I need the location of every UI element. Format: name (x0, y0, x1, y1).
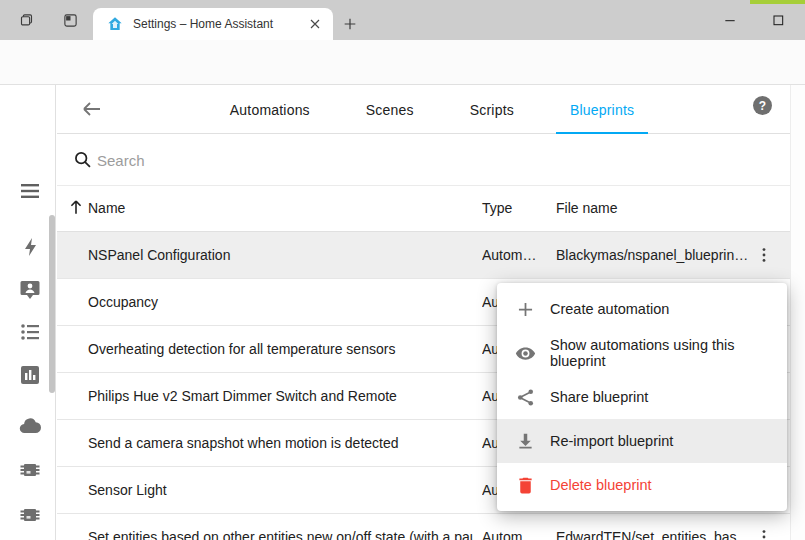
browser-tab-active[interactable]: Settings – Home Assistant (93, 8, 333, 40)
share-icon (515, 387, 536, 408)
tab-blueprints[interactable]: Blueprints (542, 85, 662, 134)
row-file: EdwardTEN/set_entities_bas… (556, 529, 753, 540)
window-minimize-icon[interactable] (722, 12, 738, 28)
tab-title: Settings – Home Assistant (133, 17, 298, 31)
tab-scripts[interactable]: Scripts (442, 85, 542, 134)
row-name: Set entities based on other entities new… (88, 529, 473, 540)
browser-titlebar: Settings – Home Assistant (0, 0, 805, 40)
menu-item-delete-blueprint[interactable]: Delete blueprint (497, 463, 787, 507)
row-name: Philips Hue v2 Smart Dimmer Switch and R… (88, 388, 473, 404)
plus-icon (515, 299, 536, 320)
sidebar-chip-icon-2[interactable] (18, 503, 42, 527)
sidebar-chip-icon-1[interactable] (18, 458, 42, 482)
row-name: Send a camera snapshot when motion is de… (88, 435, 473, 451)
download-icon (515, 431, 536, 452)
browser-window: Settings – Home Assistant Not secure (0, 0, 805, 540)
search-icon (72, 149, 93, 170)
home-assistant-favicon (107, 16, 123, 32)
row-file: Blackymas/nspanel_blueprin… (556, 247, 753, 263)
page-scrollbar-track[interactable] (790, 85, 805, 540)
table-row[interactable]: NSPanel Configuration Autom… Blackymas/n… (57, 232, 790, 279)
ha-header: Automations Scenes Scripts Blueprints ? (57, 85, 790, 134)
menu-item-label: Re-import blueprint (550, 433, 673, 449)
sidebar-assist-icon[interactable] (18, 277, 42, 301)
sidebar-scrollbar[interactable] (49, 215, 55, 393)
sidebar-energy-icon[interactable] (18, 235, 42, 259)
table-header: Name Type File name (57, 186, 790, 232)
search-row (57, 134, 790, 186)
row-name: NSPanel Configuration (88, 247, 473, 263)
row-overflow-menu-icon[interactable] (754, 245, 774, 265)
row-overflow-menu-icon[interactable] (754, 527, 774, 540)
row-type: Autom… (482, 529, 550, 540)
sort-ascending-icon[interactable] (66, 197, 86, 217)
column-header-type[interactable]: Type (482, 200, 512, 216)
ha-sidebar (0, 85, 56, 540)
row-type: Autom… (482, 247, 550, 263)
help-icon[interactable]: ? (753, 96, 772, 115)
screen-edge-accent (750, 0, 805, 4)
menu-item-show-automations[interactable]: Show automations using this blueprint (497, 331, 787, 375)
table-row[interactable]: Set entities based on other entities new… (57, 514, 790, 540)
eye-icon (515, 343, 536, 364)
trash-icon (515, 475, 536, 496)
column-header-file[interactable]: File name (556, 200, 617, 216)
menu-item-label: Delete blueprint (550, 477, 652, 493)
row-name: Overheating detection for all temperatur… (88, 341, 473, 357)
row-name: Occupancy (88, 294, 473, 310)
tab-automations[interactable]: Automations (202, 85, 338, 134)
workspaces-icon[interactable] (19, 13, 34, 28)
menu-item-share-blueprint[interactable]: Share blueprint (497, 375, 787, 419)
new-tab-icon[interactable] (342, 16, 358, 32)
blueprint-context-menu: Create automation Show automations using… (497, 283, 787, 511)
browser-toolbar: Not secure homeassistant.local:8123/... (0, 40, 805, 85)
ha-nav-tabs: Automations Scenes Scripts Blueprints (167, 85, 697, 134)
ha-back-icon[interactable] (80, 97, 104, 121)
tab-scenes[interactable]: Scenes (338, 85, 442, 134)
menu-item-label: Create automation (550, 301, 669, 317)
sidebar-todo-list-icon[interactable] (18, 320, 42, 344)
vertical-tabs-icon[interactable] (63, 13, 78, 28)
sidebar-menu-icon[interactable] (18, 179, 42, 203)
tab-close-icon[interactable] (307, 16, 323, 32)
menu-item-label: Share blueprint (550, 389, 648, 405)
row-name: Sensor Light (88, 482, 473, 498)
window-maximize-icon[interactable] (770, 12, 786, 28)
menu-item-create-automation[interactable]: Create automation (497, 287, 787, 331)
menu-item-label: Show automations using this blueprint (550, 337, 787, 369)
sidebar-history-chart-icon[interactable] (18, 363, 42, 387)
sidebar-cloud-icon[interactable] (18, 413, 42, 437)
menu-item-reimport-blueprint[interactable]: Re-import blueprint (497, 419, 787, 463)
column-header-name[interactable]: Name (88, 200, 125, 216)
search-input[interactable] (97, 147, 697, 173)
